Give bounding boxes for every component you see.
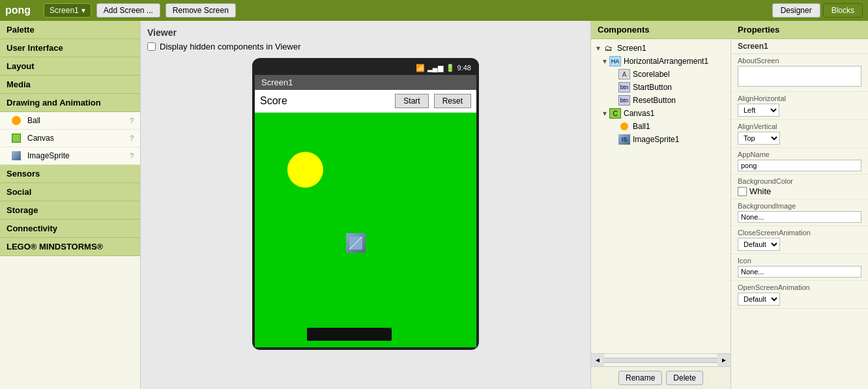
- canvas-area[interactable]: [255, 113, 476, 347]
- prop-open-screen-animation-select[interactable]: Default: [738, 293, 780, 306]
- canvas1-toggle[interactable]: ▾: [600, 109, 609, 118]
- tree-node-imagesprite1[interactable]: IS ImageSprite1: [591, 133, 731, 146]
- palette-section-layout[interactable]: Layout: [0, 57, 140, 76]
- screen1-label: Screen1: [617, 44, 646, 53]
- screen-dropdown[interactable]: Screen1 ▾: [44, 3, 91, 18]
- canvas1-label: Canvas1: [624, 109, 654, 118]
- imagesprite1-icon: IS: [618, 134, 630, 145]
- prop-app-name-label: AppName: [738, 151, 861, 158]
- prop-align-horizontal-select[interactable]: LeftCenterRight: [738, 104, 779, 117]
- score-label: Score: [260, 95, 390, 107]
- imagesprite1-label: ImageSprite1: [633, 135, 679, 144]
- ha1-toggle[interactable]: ▾: [600, 57, 609, 66]
- palette-item-canvas[interactable]: Canvas ?: [0, 130, 140, 147]
- delete-button[interactable]: Delete: [666, 371, 703, 385]
- viewer-panel: Viewer Display hidden components in View…: [141, 21, 590, 389]
- prop-background-image-label: BackgroundImage: [738, 202, 861, 210]
- background-color-swatch: [738, 187, 747, 196]
- status-time: 9:48: [457, 64, 471, 72]
- add-screen-button[interactable]: Add Screen ...: [96, 3, 160, 18]
- tree-node-startbutton[interactable]: btn StartButton: [591, 81, 731, 94]
- palette-section-lego[interactable]: LEGO® MINDSTORMS®: [0, 238, 140, 256]
- palette-section-social[interactable]: Social: [0, 183, 140, 201]
- components-bottom-bar: Rename Delete: [591, 366, 731, 389]
- prop-close-screen-animation-label: CloseScreenAnimation: [738, 229, 861, 237]
- prop-app-name-input[interactable]: [738, 160, 861, 171]
- paddle-sprite: [307, 328, 392, 341]
- palette-section-media[interactable]: Media: [0, 76, 140, 94]
- screen1-icon: 🗂: [603, 43, 615, 53]
- prop-align-horizontal-label: AlignHorizontal: [738, 94, 861, 102]
- hidden-components-label: Display hidden components in Viewer: [160, 42, 301, 51]
- screen1-toggle[interactable]: ▾: [594, 44, 603, 53]
- comp-scroll-left-button[interactable]: ◄: [591, 354, 604, 367]
- prop-about-screen-label: AboutScreen: [738, 57, 861, 65]
- prop-icon-input[interactable]: [738, 266, 861, 278]
- palette-section-storage[interactable]: Storage: [0, 201, 140, 220]
- designer-button[interactable]: Designer: [772, 3, 820, 18]
- comp-scroll-right-button[interactable]: ►: [717, 354, 731, 367]
- battery-icon: 🔋: [446, 64, 455, 72]
- prop-about-screen: AboutScreen: [731, 54, 868, 92]
- score-row: Score Start Reset: [255, 90, 476, 113]
- components-title: Components: [591, 21, 731, 39]
- prop-open-screen-animation-label: OpenScreenAnimation: [738, 283, 861, 291]
- resetbutton-label: ResetButton: [633, 96, 676, 105]
- phone-content: Score Start Reset: [255, 90, 476, 347]
- components-tree: ▾ 🗂 Screen1 ▾ HA HorizontalArrangement1 …: [591, 39, 731, 353]
- prop-align-vertical: AlignVertical TopCenterBottom: [731, 120, 868, 148]
- main-area: Palette User Interface Layout Media Draw…: [0, 21, 868, 389]
- canvas-help-icon[interactable]: ?: [130, 134, 134, 142]
- start-button[interactable]: Start: [395, 94, 428, 108]
- tree-node-screen1[interactable]: ▾ 🗂 Screen1: [591, 42, 731, 55]
- ha1-icon: HA: [609, 56, 621, 66]
- resetbutton-icon: btn: [618, 95, 630, 106]
- tree-node-ha1[interactable]: ▾ HA HorizontalArrangement1: [591, 55, 731, 68]
- palette-canvas-label: Canvas: [27, 134, 130, 143]
- reset-button[interactable]: Reset: [434, 94, 471, 108]
- palette-panel: Palette User Interface Layout Media Draw…: [0, 21, 141, 389]
- startbutton-icon: btn: [618, 82, 630, 93]
- palette-item-imagesprite[interactable]: ImageSprite ?: [0, 147, 140, 165]
- tree-node-canvas1[interactable]: ▾ C Canvas1: [591, 107, 731, 120]
- properties-screen-name: Screen1: [731, 39, 868, 54]
- prop-background-color-label: BackgroundColor: [738, 177, 861, 185]
- viewer-title: Viewer: [147, 27, 584, 38]
- palette-section-connectivity[interactable]: Connectivity: [0, 220, 140, 238]
- hidden-components-checkbox[interactable]: [147, 42, 156, 51]
- canvas-icon: [10, 132, 22, 144]
- ball-help-icon[interactable]: ?: [130, 117, 134, 124]
- tree-node-resetbutton[interactable]: btn ResetButton: [591, 94, 731, 107]
- blocks-button[interactable]: Blocks: [823, 3, 863, 18]
- palette-imagesprite-label: ImageSprite: [27, 151, 130, 160]
- wifi-icon: 📶: [416, 64, 425, 72]
- prop-about-screen-input[interactable]: [738, 66, 861, 87]
- imagesprite-help-icon[interactable]: ?: [130, 152, 134, 160]
- prop-align-vertical-select[interactable]: TopCenterBottom: [738, 132, 780, 145]
- palette-section-sensors[interactable]: Sensors: [0, 165, 140, 183]
- background-color-value: White: [749, 186, 771, 196]
- remove-screen-button[interactable]: Remove Screen: [166, 3, 236, 18]
- properties-panel: Properties Screen1 AboutScreen AlignHori…: [731, 21, 868, 389]
- prop-app-name: AppName: [731, 148, 868, 175]
- tree-node-ball1[interactable]: Ball1: [591, 120, 731, 133]
- palette-title: Palette: [0, 21, 140, 39]
- prop-background-image-input[interactable]: [738, 211, 861, 223]
- comp-scrollbar[interactable]: [604, 358, 717, 363]
- startbutton-label: StartButton: [633, 83, 672, 92]
- prop-close-screen-animation-select[interactable]: Default: [738, 238, 780, 251]
- topbar: pong Screen1 ▾ Add Screen ... Remove Scr…: [0, 0, 868, 21]
- palette-section-user-interface[interactable]: User Interface: [0, 39, 140, 57]
- rename-button[interactable]: Rename: [618, 371, 662, 385]
- scorelabel-label: Scorelabel: [633, 70, 670, 79]
- prop-open-screen-animation: OpenScreenAnimation Default: [731, 281, 868, 309]
- signal-icon: ▂▄▆: [427, 64, 443, 72]
- prop-align-vertical-label: AlignVertical: [738, 122, 861, 130]
- tree-node-scorelabel[interactable]: A Scorelabel: [591, 68, 731, 81]
- properties-title: Properties: [731, 21, 868, 39]
- palette-item-ball[interactable]: Ball ?: [0, 112, 140, 130]
- ball-icon: [10, 115, 22, 126]
- phone-status-bar: 📶 ▂▄▆ 🔋 9:48: [255, 61, 476, 75]
- palette-section-drawing-animation[interactable]: Drawing and Animation: [0, 94, 140, 112]
- image-sprite: [346, 233, 366, 253]
